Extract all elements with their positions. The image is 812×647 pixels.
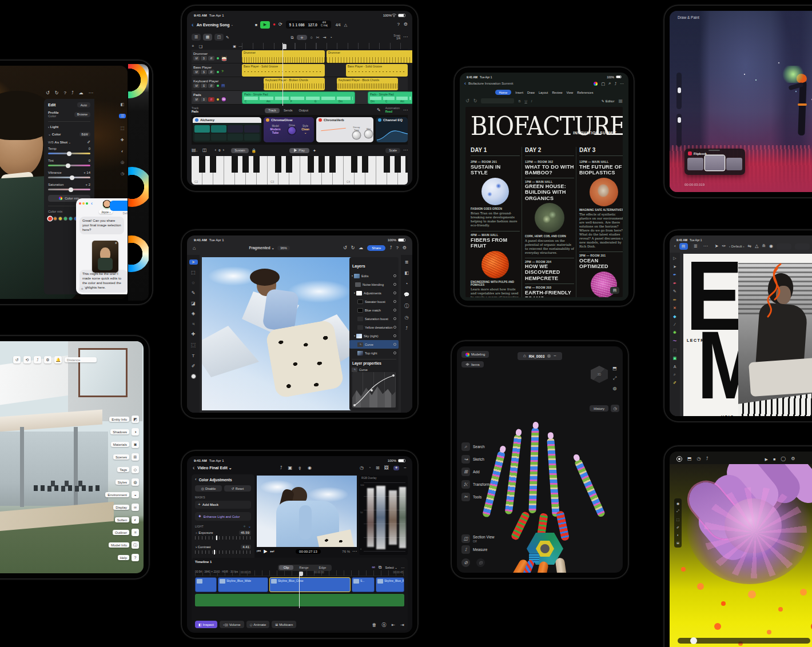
- viewer-zoom[interactable]: 76 %: [342, 550, 350, 553]
- lcd-display[interactable]: 5 1 1 086127.0 4/4C maj: [286, 21, 331, 29]
- hide-icon[interactable]: ◎: [476, 558, 485, 567]
- flip-v-icon[interactable]: △: [755, 244, 758, 249]
- camera-lock-icon[interactable]: ◉: [676, 501, 679, 505]
- region-icon[interactable]: ⬚: [676, 517, 680, 521]
- ps-canvas[interactable]: [202, 257, 357, 410]
- fill-icon[interactable]: ◆: [673, 314, 676, 319]
- project-title[interactable]: Video Final Edit ⌄: [197, 466, 232, 470]
- tab-track[interactable]: Track: [265, 108, 280, 113]
- browser-icon[interactable]: ⊞: [376, 466, 380, 470]
- view-cube[interactable]: 3D: [591, 366, 608, 383]
- render-style-icon[interactable]: ◍: [613, 386, 617, 391]
- layer-row[interactable]: Saturation boost: [349, 314, 399, 323]
- export-icon[interactable]: ⤴: [706, 457, 708, 461]
- brush-size-slider[interactable]: [676, 73, 682, 109]
- back-icon[interactable]: ‹: [193, 465, 194, 471]
- smudge-icon[interactable]: 〜: [673, 338, 677, 344]
- split-right-icon[interactable]: ⇥: [400, 623, 404, 628]
- layer-row[interactable]: ▾Adjustments: [349, 289, 399, 297]
- share-button[interactable]: Share: [367, 245, 385, 251]
- loop-icon[interactable]: ○: [311, 35, 313, 39]
- share-icon[interactable]: ⤴: [615, 82, 617, 86]
- record-enable-button[interactable]: R: [208, 56, 214, 61]
- keyboard-icon[interactable]: ▤: [192, 148, 196, 153]
- layer-row[interactable]: ▾Edits: [349, 271, 399, 280]
- play-icon[interactable]: ▶: [264, 549, 267, 554]
- tab-insert[interactable]: Insert: [515, 91, 523, 94]
- timeline-ruler[interactable]: [242, 43, 408, 50]
- region-bass-1[interactable]: Bass Player - Solid Groove: [242, 64, 325, 77]
- frame-thumbnail-active[interactable]: [705, 155, 725, 170]
- search-icon[interactable]: ⌕: [608, 81, 611, 86]
- auto-button[interactable]: Auto: [77, 102, 90, 107]
- eye-icon[interactable]: [393, 291, 396, 294]
- cloud-icon[interactable]: ☁: [79, 91, 83, 95]
- panel-model-info[interactable]: Model Infoⓘ: [109, 541, 139, 549]
- select-tool-icon[interactable]: ▷: [673, 256, 676, 261]
- type-tool-icon[interactable]: T: [192, 353, 195, 358]
- mode-range[interactable]: Range: [294, 565, 313, 570]
- layer-row[interactable]: Sweater boost: [349, 297, 399, 306]
- style-value[interactable]: Clean ⌄: [301, 127, 309, 134]
- plugin-alchemy[interactable]: Alchemy: [193, 117, 261, 142]
- copy-icon[interactable]: ⧉: [290, 35, 293, 39]
- items-button[interactable]: Items: [461, 361, 484, 368]
- contact-name[interactable]: Joyce ›: [99, 210, 113, 214]
- song-title[interactable]: An Evening Song: [197, 23, 230, 27]
- lasso-tool-icon[interactable]: ◌: [192, 280, 195, 285]
- tool-measure[interactable]: ⟟Measure: [461, 545, 494, 554]
- tool-transform[interactable]: ⤪Transform: [461, 480, 489, 489]
- track-row-drummer[interactable]: Drummer MSR🥁 Drummer Drummer: [192, 50, 408, 63]
- track-row-keys[interactable]: Keyboard Player MSR▤ Keyboard Player - B…: [192, 77, 408, 91]
- eye-icon[interactable]: [393, 317, 396, 320]
- timeline-clip[interactable]: Skyline_Blue_Wide: [218, 577, 268, 592]
- more-icon[interactable]: ⋯: [403, 108, 408, 113]
- quantize-icon[interactable]: ⇥: [323, 35, 327, 39]
- eraser-tool-icon[interactable]: ◪: [191, 301, 196, 306]
- black-keys[interactable]: [192, 156, 408, 173]
- tracks-view-icon[interactable]: ☰: [192, 34, 201, 41]
- video-viewer[interactable]: [257, 476, 357, 547]
- mute-button[interactable]: M: [193, 70, 200, 74]
- tab-home[interactable]: Home: [495, 90, 512, 95]
- settings-icon[interactable]: ⚙: [403, 246, 407, 250]
- scene-icon[interactable]: ⬒: [687, 457, 692, 461]
- back-icon[interactable]: ‹: [91, 201, 93, 206]
- history-button[interactable]: History: [590, 405, 608, 412]
- eye-icon[interactable]: [393, 283, 396, 286]
- more-icon[interactable]: ⋯: [403, 148, 408, 153]
- split-left-icon[interactable]: ⇤: [392, 623, 396, 628]
- crop-icon[interactable]: ⿴: [121, 125, 125, 131]
- spray-icon[interactable]: ❋: [673, 330, 676, 335]
- split-icon[interactable]: ✂: [316, 35, 320, 39]
- timeline-clip[interactable]: [195, 577, 217, 592]
- presets-icon[interactable]: ◧: [121, 102, 125, 107]
- toolbar-pill[interactable]: [777, 243, 791, 250]
- plugin-channel-eq[interactable]: Channel EQ: [376, 117, 408, 142]
- select-menu[interactable]: Select ⌄: [385, 566, 397, 569]
- text-tool-icon[interactable]: A: [674, 365, 676, 369]
- panel-shadows[interactable]: Shadows◑: [110, 428, 139, 436]
- contrast-slider[interactable]: ◑ Contrast4.41: [195, 545, 251, 554]
- panel-display[interactable]: Display∞: [113, 504, 139, 511]
- automation-mode[interactable]: Read: [385, 110, 392, 113]
- skip-back-icon[interactable]: ⏮: [257, 549, 261, 554]
- play-button[interactable]: ▶: [260, 21, 270, 29]
- track-row-pads[interactable]: Pads MSR♒ Pads - Simple Pad C Am F G Dm …: [192, 91, 408, 105]
- minimize-icon[interactable]: −: [404, 466, 407, 470]
- snap-value[interactable]: 1/4: [396, 37, 400, 40]
- brush-icon[interactable]: ✎: [673, 289, 676, 294]
- octave-up-icon[interactable]: ›: [223, 148, 225, 153]
- undo-icon[interactable]: ↺: [343, 246, 347, 250]
- solo-button[interactable]: S: [201, 83, 207, 88]
- reset-button[interactable]: ↺Reset: [224, 485, 251, 492]
- pen-blue-icon[interactable]: ✒: [673, 273, 676, 277]
- doc-title[interactable]: Fragmented ⌄: [249, 246, 274, 250]
- pencil-icon[interactable]: ✎: [226, 35, 229, 39]
- media-icon[interactable]: 🖼: [384, 466, 389, 470]
- slider-knob[interactable]: [69, 187, 73, 192]
- slider-handle[interactable]: [216, 536, 217, 540]
- color-wheel-icon[interactable]: [594, 82, 598, 86]
- frame-icon[interactable]: ⤢: [676, 509, 679, 513]
- yellow-dot[interactable]: [58, 217, 62, 221]
